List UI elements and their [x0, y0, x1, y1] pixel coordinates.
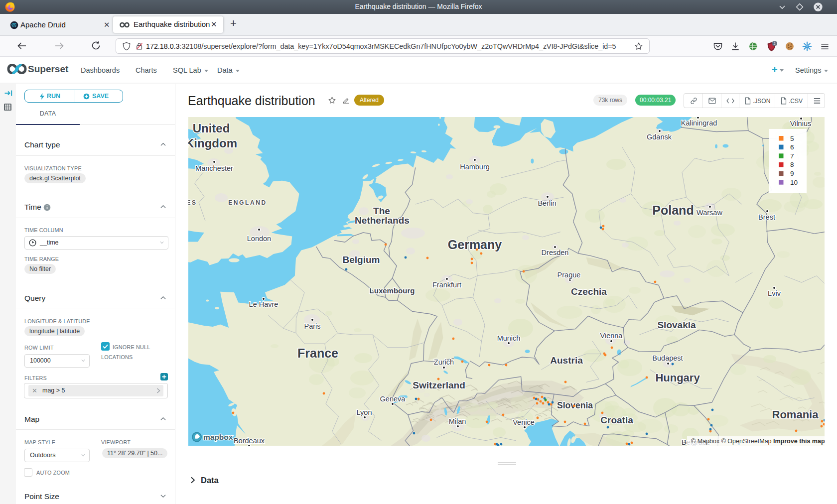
- svg-text:8: 8: [790, 161, 794, 168]
- svg-text:Luxembourg: Luxembourg: [370, 286, 415, 295]
- svg-text:ES: ES: [188, 199, 197, 206]
- svg-text:mapbox: mapbox: [203, 433, 233, 441]
- svg-text:10: 10: [790, 179, 798, 186]
- svg-text:6: 6: [790, 143, 794, 151]
- svg-text:Lyon: Lyon: [357, 408, 372, 416]
- svg-text:© Mapbox © OpenStreetMap Impro: © Mapbox © OpenStreetMap Improve this ma…: [691, 438, 825, 445]
- svg-text:Gdansk: Gdansk: [647, 133, 672, 141]
- svg-text:Budapest: Budapest: [652, 354, 683, 362]
- svg-text:France: France: [297, 346, 338, 360]
- svg-text:Croatia: Croatia: [600, 415, 633, 425]
- svg-text:Dresden: Dresden: [542, 249, 569, 256]
- svg-text:Hamburg: Hamburg: [460, 163, 490, 171]
- svg-text:United: United: [193, 122, 230, 135]
- svg-text:Slovakia: Slovakia: [657, 320, 696, 330]
- svg-text:Vilnius: Vilnius: [790, 120, 811, 127]
- svg-text:The: The: [373, 206, 390, 216]
- svg-text:Kaliningrad: Kaliningrad: [681, 119, 717, 127]
- svg-text:Berlin: Berlin: [538, 199, 556, 207]
- svg-text:Venice: Venice: [513, 418, 535, 426]
- svg-text:2: 2: [774, 41, 776, 46]
- svg-text:Austria: Austria: [550, 355, 583, 366]
- svg-text:Bordeaux: Bordeaux: [234, 437, 265, 445]
- svg-text:Warsaw: Warsaw: [697, 209, 722, 217]
- svg-text:Paris: Paris: [304, 322, 320, 330]
- svg-text:Milan: Milan: [449, 417, 466, 425]
- svg-text:Zurich: Zurich: [434, 358, 454, 366]
- svg-text:Frankfurt: Frankfurt: [432, 281, 461, 289]
- svg-text:Belgium: Belgium: [343, 254, 380, 265]
- svg-text:Brest: Brest: [758, 213, 775, 221]
- svg-text:Hungary: Hungary: [655, 372, 700, 384]
- svg-text:Manchester: Manchester: [195, 164, 233, 172]
- svg-text:Prague: Prague: [558, 271, 581, 279]
- svg-text:7: 7: [790, 152, 794, 160]
- svg-text:Geneva: Geneva: [380, 395, 406, 403]
- svg-text:5: 5: [790, 135, 794, 142]
- svg-text:Czechia: Czechia: [571, 286, 607, 297]
- svg-text:Germany: Germany: [448, 238, 502, 252]
- svg-text:Le Havre: Le Havre: [249, 300, 279, 308]
- svg-text:ENGLAND: ENGLAND: [228, 199, 267, 206]
- svg-text:Netherlands: Netherlands: [355, 215, 410, 226]
- svg-text:Vienna: Vienna: [600, 332, 623, 340]
- svg-text:9: 9: [790, 170, 794, 177]
- svg-text:Kingdom: Kingdom: [188, 136, 237, 150]
- svg-text:Poland: Poland: [652, 203, 694, 217]
- svg-text:Lviv: Lviv: [768, 289, 781, 297]
- svg-text:Switzerland: Switzerland: [413, 380, 465, 390]
- svg-text:Munich: Munich: [497, 334, 521, 342]
- svg-text:Romania: Romania: [772, 408, 819, 421]
- svg-text:London: London: [247, 235, 271, 243]
